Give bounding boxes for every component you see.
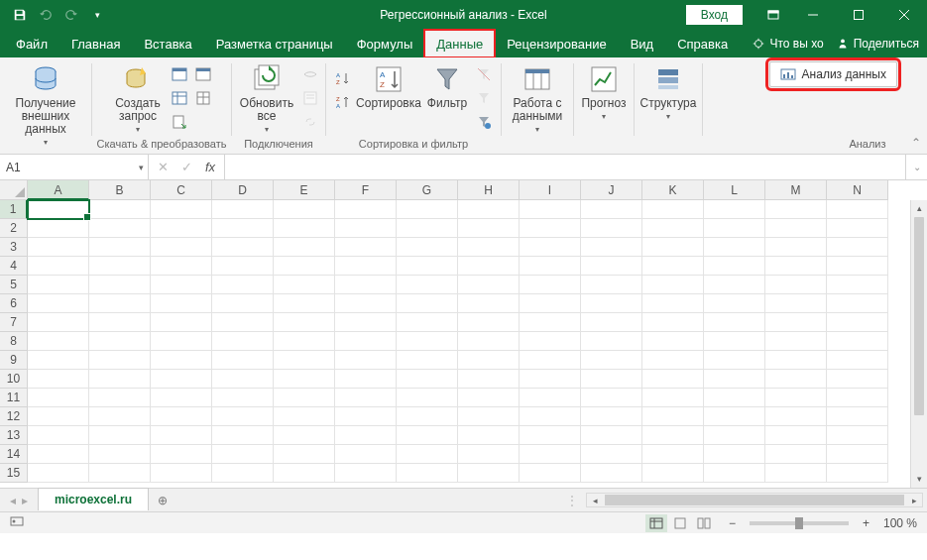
tab-pagelayout[interactable]: Разметка страницы [204,30,345,57]
column-header[interactable]: I [520,180,581,200]
cell[interactable] [397,200,458,219]
cell[interactable] [89,445,151,464]
cell[interactable] [581,370,642,389]
cell[interactable] [581,238,642,257]
row-header[interactable]: 5 [0,276,28,294]
cell[interactable] [765,370,827,389]
row-header[interactable]: 7 [0,313,28,332]
sheet-nav[interactable]: ◂▸ [0,489,38,511]
column-header[interactable]: G [397,180,458,200]
connections-icon[interactable] [299,63,321,85]
cell[interactable] [765,389,827,407]
undo-icon[interactable] [34,3,58,27]
row-header[interactable]: 11 [0,389,28,407]
cell[interactable] [642,426,704,445]
cell[interactable] [274,238,335,257]
cell[interactable] [28,257,89,276]
cell[interactable] [397,426,458,445]
cell[interactable] [827,200,888,219]
insert-function-icon[interactable]: fx [200,160,220,174]
ribbon-display-options-icon[interactable] [756,0,790,30]
chevron-down-icon[interactable]: ▾ [139,163,144,172]
cell[interactable] [642,351,704,370]
qat-customize-icon[interactable]: ▾ [85,3,109,27]
cell[interactable] [274,407,335,426]
sort-asc-icon[interactable]: AZ [332,67,354,89]
cell[interactable] [212,313,274,332]
column-header[interactable]: F [335,180,397,200]
tab-formulas[interactable]: Формулы [345,30,425,57]
horizontal-scrollbar[interactable]: ◂ ▸ [586,493,923,507]
cell[interactable] [642,294,704,313]
cell[interactable] [765,219,827,238]
cell[interactable] [274,276,335,294]
cell[interactable] [89,219,151,238]
scroll-down-icon[interactable]: ▾ [911,471,927,488]
cell[interactable] [581,332,642,351]
cell[interactable] [827,276,888,294]
cell[interactable] [765,313,827,332]
cell[interactable] [458,276,520,294]
cell[interactable] [335,426,397,445]
column-header[interactable]: E [274,180,335,200]
cell[interactable] [274,294,335,313]
cell[interactable] [212,351,274,370]
cell[interactable] [827,294,888,313]
cell[interactable] [212,407,274,426]
cell[interactable] [274,200,335,219]
cell[interactable] [212,389,274,407]
cell[interactable] [212,238,274,257]
properties-icon[interactable] [299,87,321,109]
cell[interactable] [335,464,397,483]
cell[interactable] [704,426,765,445]
recent-sources-icon[interactable] [169,111,190,133]
cell[interactable] [520,219,581,238]
cell[interactable] [520,351,581,370]
zoom-out-icon[interactable]: − [729,516,736,530]
cell[interactable] [704,219,765,238]
forecast-button[interactable]: Прогноз ▾ [577,61,631,121]
cell[interactable] [704,313,765,332]
from-web-icon[interactable] [192,63,214,85]
tab-review[interactable]: Рецензирование [495,30,618,57]
tab-data[interactable]: Данные [424,30,495,57]
cell[interactable] [520,464,581,483]
data-analysis-button[interactable]: Анализ данных [769,61,897,87]
formula-bar-input[interactable] [225,155,905,179]
cell[interactable] [704,445,765,464]
cell[interactable] [89,238,151,257]
cell[interactable] [458,200,520,219]
cell[interactable] [520,332,581,351]
vertical-scrollbar[interactable]: ▴ ▾ [910,200,927,488]
row-header[interactable]: 6 [0,294,28,313]
cell[interactable] [151,426,212,445]
page-layout-view-icon[interactable] [669,514,691,532]
name-box[interactable]: A1 ▾ [0,155,149,179]
cell[interactable] [151,294,212,313]
cell[interactable] [274,332,335,351]
cell[interactable] [642,445,704,464]
cell[interactable] [28,370,89,389]
cell[interactable] [89,276,151,294]
cell[interactable] [89,294,151,313]
row-header[interactable]: 14 [0,445,28,464]
cell[interactable] [827,238,888,257]
cell[interactable] [827,389,888,407]
tab-view[interactable]: Вид [619,30,666,57]
cell[interactable] [397,389,458,407]
cell[interactable] [28,407,89,426]
cell[interactable] [827,351,888,370]
column-header[interactable]: L [704,180,765,200]
clear-filter-icon[interactable] [473,63,495,85]
cell[interactable] [89,257,151,276]
page-break-view-icon[interactable] [693,514,715,532]
cell[interactable] [827,407,888,426]
cell[interactable] [89,464,151,483]
cell[interactable] [765,276,827,294]
cell[interactable] [274,426,335,445]
cell[interactable] [458,257,520,276]
tab-home[interactable]: Главная [59,30,132,57]
cell[interactable] [89,389,151,407]
cell[interactable] [704,276,765,294]
cell[interactable] [520,313,581,332]
